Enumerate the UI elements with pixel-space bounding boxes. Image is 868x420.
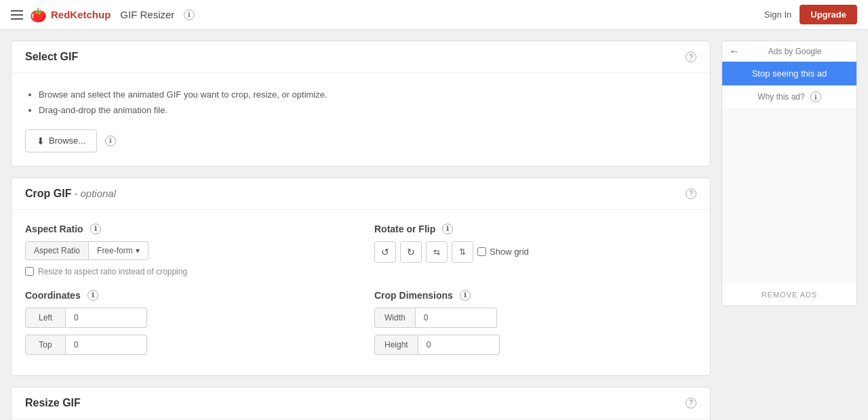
crop-dimensions-label-group: Crop Dimensions ℹ: [374, 290, 696, 301]
flip-horizontal-button[interactable]: ⇆: [426, 241, 448, 263]
sign-in-link[interactable]: Sign In: [764, 9, 791, 20]
aspect-ratio-label: Aspect Ratio: [25, 224, 83, 234]
crop-gif-card: Crop GIF - optional ? Aspect Ratio ℹ: [11, 177, 711, 376]
rotate-label-group: Rotate or Flip ℹ: [374, 224, 696, 234]
header-left: 🍅 RedKetchup GIF Resizer ℹ: [11, 7, 195, 23]
logo-icon: 🍅: [30, 7, 47, 23]
browse-button[interactable]: ⬇ Browse...: [25, 129, 97, 152]
ads-by-google-text: Ads by Google: [740, 47, 850, 56]
coordinates-section: Coordinates ℹ Left Top: [25, 290, 347, 362]
crop-width-input-group: Width: [374, 308, 696, 328]
show-grid-label[interactable]: Show grid: [477, 247, 529, 257]
crop-top-row: Aspect Ratio ℹ Aspect Ratio Free-form ▾: [25, 224, 696, 276]
top-input[interactable]: [66, 335, 147, 355]
crop-gif-title-group: Crop GIF - optional: [25, 188, 116, 200]
crop-bottom-row: Coordinates ℹ Left Top: [25, 290, 696, 362]
select-gif-instructions: Browse and select the animated GIF you w…: [25, 87, 696, 119]
resize-gif-card: Resize GIF ? Resize Dimensions ℹ Width: [11, 387, 711, 420]
why-this-ad-icon[interactable]: ℹ: [810, 91, 821, 102]
left-input-group: Left: [25, 308, 347, 328]
aspect-ratio-value: Free-form: [97, 246, 133, 255]
rotate-ccw-button[interactable]: ↺: [374, 241, 396, 263]
select-gif-body: Browse and select the animated GIF you w…: [12, 73, 710, 166]
tool-info-icon[interactable]: ℹ: [184, 9, 195, 20]
show-grid-text: Show grid: [490, 247, 529, 257]
ads-space: [722, 108, 856, 284]
tool-title: GIF Resizer: [120, 9, 174, 20]
aspect-ratio-controls: Aspect Ratio Free-form ▾: [25, 241, 347, 260]
chevron-down-icon: ▾: [136, 246, 140, 255]
header-right: Sign In Upgrade: [764, 5, 857, 24]
instruction-1: Browse and select the animated GIF you w…: [39, 87, 696, 102]
crop-dimensions-section: Crop Dimensions ℹ Width Height: [374, 290, 696, 362]
show-grid-checkbox[interactable]: [477, 247, 486, 256]
aspect-ratio-label-group: Aspect Ratio ℹ: [25, 224, 347, 234]
crop-width-input[interactable]: [416, 308, 497, 328]
crop-dimensions-label: Crop Dimensions: [374, 290, 453, 301]
crop-height-input[interactable]: [418, 335, 500, 355]
crop-gif-header: Crop GIF - optional ?: [12, 178, 710, 210]
logo: 🍅 RedKetchup: [30, 7, 111, 23]
menu-button[interactable]: [11, 10, 23, 20]
coordinates-label: Coordinates: [25, 290, 81, 301]
ads-panel: ← Ads by Google Stop seeing this ad Why …: [722, 41, 857, 306]
select-gif-header: Select GIF ?: [12, 41, 710, 73]
crop-height-label: Height: [374, 335, 418, 355]
sidebar: ← Ads by Google Stop seeing this ad Why …: [722, 41, 857, 420]
resize-gif-info-icon[interactable]: ?: [686, 398, 696, 408]
crop-gif-optional: - optional: [74, 188, 116, 199]
crop-height-input-group: Height: [374, 335, 696, 355]
resize-gif-header: Resize GIF ?: [12, 387, 710, 419]
download-icon: ⬇: [37, 135, 45, 146]
rotate-controls: ↺ ↻ ⇆ ⇅ Show grid: [374, 241, 696, 263]
logo-text: RedKetchup: [51, 9, 111, 20]
stop-seeing-button[interactable]: Stop seeing this ad: [722, 62, 856, 85]
aspect-ratio-badge: Aspect Ratio: [25, 241, 89, 260]
app-header: 🍅 RedKetchup GIF Resizer ℹ Sign In Upgra…: [0, 0, 868, 30]
ads-back-button[interactable]: ←: [729, 45, 740, 58]
coordinates-label-group: Coordinates ℹ: [25, 290, 347, 301]
browse-label: Browse...: [49, 135, 85, 146]
ads-header: ← Ads by Google: [722, 41, 856, 62]
why-this-ad-text: Why this ad?: [757, 92, 804, 102]
rotate-flip-section: Rotate or Flip ℹ ↺ ↻ ⇆ ⇅ Show grid: [374, 224, 696, 276]
browse-info-icon[interactable]: ℹ: [105, 135, 116, 146]
select-gif-title: Select GIF: [25, 51, 78, 63]
coordinates-info-icon[interactable]: ℹ: [87, 290, 98, 301]
resize-aspect-checkbox[interactable]: [25, 267, 34, 276]
left-input[interactable]: [66, 308, 147, 328]
resize-checkbox-row: Resize to aspect ratio instead of croppi…: [25, 267, 347, 276]
rotate-label: Rotate or Flip: [374, 224, 435, 234]
top-label: Top: [25, 335, 66, 355]
left-label: Left: [25, 308, 66, 328]
crop-width-label: Width: [374, 308, 416, 328]
crop-gif-body: Aspect Ratio ℹ Aspect Ratio Free-form ▾: [12, 210, 710, 375]
why-this-ad-row[interactable]: Why this ad? ℹ: [722, 85, 856, 108]
main-container: Select GIF ? Browse and select the anima…: [0, 30, 868, 420]
resize-aspect-label: Resize to aspect ratio instead of croppi…: [38, 267, 187, 276]
remove-ads-link[interactable]: REMOVE ADS: [722, 284, 856, 306]
crop-gif-info-icon[interactable]: ?: [686, 188, 696, 199]
upgrade-button[interactable]: Upgrade: [800, 5, 857, 24]
crop-dimensions-info-icon[interactable]: ℹ: [460, 290, 471, 301]
instruction-2: Drag-and-drop the animation file.: [39, 102, 696, 118]
rotate-cw-button[interactable]: ↻: [400, 241, 422, 263]
aspect-ratio-select[interactable]: Free-form ▾: [89, 241, 149, 260]
content-area: Select GIF ? Browse and select the anima…: [11, 41, 711, 420]
flip-vertical-button[interactable]: ⇅: [452, 241, 473, 263]
rotate-info-icon[interactable]: ℹ: [442, 224, 453, 234]
resize-gif-title: Resize GIF: [25, 397, 81, 409]
select-gif-card: Select GIF ? Browse and select the anima…: [11, 41, 711, 167]
aspect-ratio-info-icon[interactable]: ℹ: [90, 224, 101, 234]
crop-gif-title: Crop GIF: [25, 188, 71, 199]
select-gif-info-icon[interactable]: ?: [686, 51, 696, 62]
aspect-ratio-section: Aspect Ratio ℹ Aspect Ratio Free-form ▾: [25, 224, 347, 276]
top-input-group: Top: [25, 335, 347, 355]
